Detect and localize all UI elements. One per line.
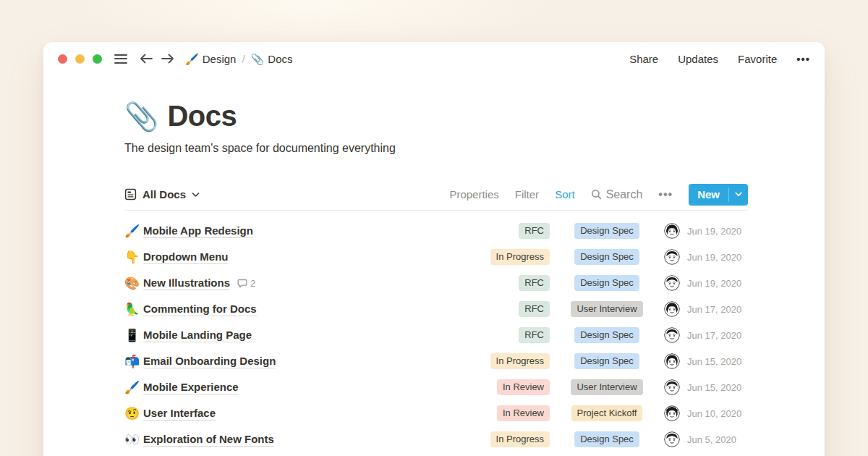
doc-title[interactable]: Mobile App Redesign [143, 224, 253, 238]
doc-link[interactable]: 🖌️ Mobile Experience [124, 381, 460, 394]
table-row: 📬 Email Onboarding Design In Progress De… [124, 348, 748, 374]
doc-emoji-icon: 👀 [124, 434, 143, 446]
created-date: Jun 15, 2020 [687, 382, 748, 393]
sidebar-menu-icon[interactable] [114, 54, 127, 64]
chevron-down-icon [192, 192, 200, 198]
doc-type-tag[interactable]: Design Spec [574, 223, 639, 240]
status-tag[interactable]: In Progress [490, 431, 550, 448]
favorite-button[interactable]: Favorite [738, 53, 777, 65]
breadcrumb-design[interactable]: 🖌️ Design [185, 53, 236, 65]
zoom-window-button[interactable] [93, 54, 102, 64]
doc-link[interactable]: 👇 Dropdown Menu [124, 250, 460, 264]
created-date: Jun 19, 2020 [687, 278, 748, 289]
doc-link[interactable]: 📬 Email Onboarding Design [124, 355, 460, 368]
doc-type-tag[interactable]: Design Spec [574, 249, 639, 266]
search-label: Search [606, 188, 643, 201]
comment-count-number: 2 [250, 278, 255, 289]
breadcrumb-docs-label: Docs [268, 53, 292, 65]
forward-arrow-icon[interactable] [161, 53, 175, 64]
history-nav [139, 53, 175, 64]
status-tag[interactable]: RFC [519, 275, 550, 292]
created-date: Jun 19, 2020 [687, 226, 748, 237]
doc-type-tag[interactable]: Design Spec [574, 327, 639, 344]
doc-type-tag[interactable]: Design Spec [574, 353, 639, 370]
properties-button[interactable]: Properties [449, 188, 498, 200]
doc-type-tag[interactable]: Design Spec [574, 275, 639, 292]
traffic-lights [58, 54, 102, 64]
doc-type-cell: User Interview [558, 379, 655, 396]
doc-title[interactable]: New Illustrations [143, 276, 230, 290]
status-tag[interactable]: In Progress [490, 353, 550, 370]
doc-type-tag[interactable]: User Interview [571, 301, 642, 318]
toolbar-more-icon[interactable]: ••• [658, 188, 673, 201]
minimize-window-button[interactable] [75, 54, 85, 64]
status-cell: RFC [460, 223, 550, 240]
view-selector[interactable]: All Docs [124, 188, 200, 200]
doc-emoji-icon: 🤨 [124, 408, 143, 420]
doc-link[interactable]: 🖌️ Mobile App Redesign [124, 224, 460, 238]
created-date: Jun 5, 2020 [687, 434, 748, 445]
comment-count[interactable]: 2 [237, 278, 255, 289]
status-tag[interactable]: RFC [519, 223, 550, 240]
doc-type-cell: Design Spec [558, 353, 655, 370]
doc-link[interactable]: 👀 Exploration of New Fonts [124, 433, 460, 447]
created-date: Jun 15, 2020 [687, 356, 748, 367]
doc-emoji-icon: 👇 [124, 251, 143, 263]
doc-title[interactable]: Mobile Experience [143, 381, 239, 394]
doc-title[interactable]: Mobile Landing Page [143, 329, 252, 342]
doc-link[interactable]: 🎨 New Illustrations 2 [124, 276, 460, 290]
doc-type-cell: Design Spec [558, 431, 655, 448]
share-button[interactable]: Share [629, 53, 658, 65]
doc-emoji-icon: 📬 [124, 355, 143, 368]
app-window: 🖌️ Design / 📎 Docs Share Updates Favorit… [43, 42, 825, 456]
doc-type-tag[interactable]: Project Kickoff [571, 405, 643, 422]
status-cell: In Review [460, 405, 550, 422]
comment-bubble-icon [237, 279, 247, 288]
doc-emoji-icon: 🎨 [124, 277, 143, 290]
doc-link[interactable]: 🦜 Commenting for Docs [124, 303, 460, 316]
back-arrow-icon[interactable] [139, 53, 153, 64]
doc-title[interactable]: Exploration of New Fonts [143, 433, 274, 447]
page-paperclip-icon: 📎 [124, 103, 158, 130]
close-window-button[interactable] [58, 54, 67, 64]
updates-button[interactable]: Updates [678, 53, 718, 65]
created-date: Jun 17, 2020 [687, 304, 748, 315]
avatar-man [664, 431, 680, 447]
status-tag[interactable]: In Review [497, 379, 550, 396]
paintbrush-icon: 🖌️ [185, 54, 199, 64]
doc-type-cell: Design Spec [558, 275, 655, 292]
list-view-icon [124, 188, 137, 200]
doc-title[interactable]: Email Onboarding Design [143, 355, 276, 368]
filter-button[interactable]: Filter [515, 188, 539, 200]
doc-link[interactable]: 🤨 User Interface [124, 407, 460, 421]
status-tag[interactable]: In Review [497, 405, 550, 422]
status-cell: In Progress [460, 431, 550, 448]
doc-title[interactable]: Dropdown Menu [143, 250, 228, 264]
table-row: 🦜 Commenting for Docs RFC User Interview… [124, 296, 748, 322]
avatar-woman-curly [664, 405, 680, 421]
doc-type-tag[interactable]: User Interview [571, 379, 642, 396]
page-title: Docs [167, 100, 237, 132]
chevron-down-icon [735, 192, 742, 197]
sort-button[interactable]: Sort [555, 188, 575, 200]
table-row: 🖌️ Mobile Experience In Review User Inte… [124, 374, 748, 400]
doc-title[interactable]: Commenting for Docs [143, 303, 257, 316]
avatar-woman-bob [664, 353, 680, 369]
breadcrumb-separator: / [242, 53, 244, 65]
doc-type-cell: Project Kickoff [558, 405, 655, 422]
status-tag[interactable]: In Progress [490, 249, 550, 266]
doc-type-tag[interactable]: Design Spec [574, 431, 639, 448]
docs-table: 🖌️ Mobile App Redesign RFC Design Spec J… [124, 218, 748, 452]
new-dropdown-caret[interactable] [729, 184, 748, 206]
more-options-icon[interactable]: ••• [796, 53, 810, 65]
breadcrumb-docs[interactable]: 📎 Docs [251, 53, 293, 65]
search-button[interactable]: Search [591, 188, 643, 201]
doc-title[interactable]: User Interface [143, 407, 216, 421]
status-tag[interactable]: RFC [519, 301, 550, 318]
status-cell: In Review [460, 379, 550, 396]
status-tag[interactable]: RFC [519, 327, 550, 344]
status-cell: In Progress [460, 353, 550, 370]
doc-link[interactable]: 📱 Mobile Landing Page [124, 329, 460, 342]
table-row: 🤨 User Interface In Review Project Kicko… [124, 400, 748, 426]
new-button[interactable]: New [689, 184, 748, 206]
